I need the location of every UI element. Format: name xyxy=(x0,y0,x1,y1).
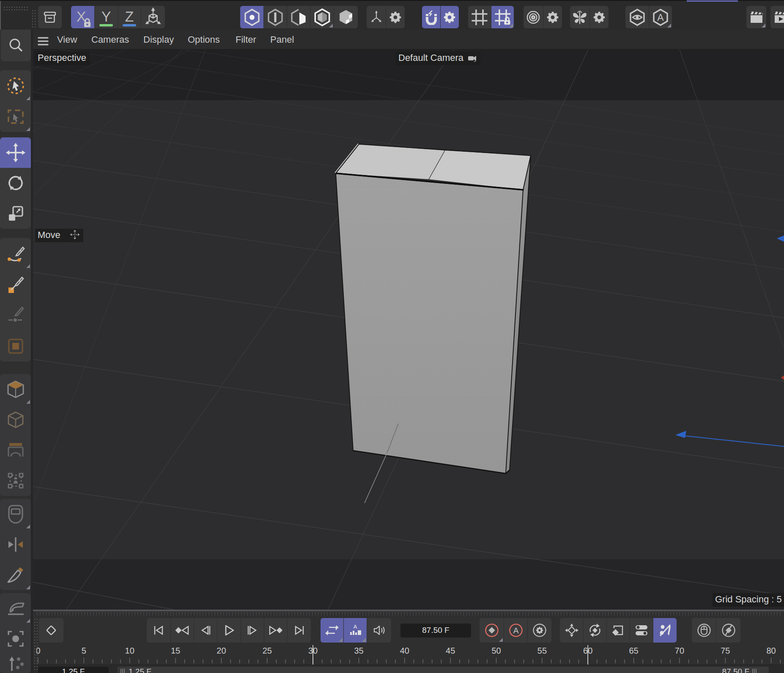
svg-text:35: 35 xyxy=(354,646,363,656)
svg-text:A: A xyxy=(513,626,518,635)
svg-text:70: 70 xyxy=(675,646,684,656)
svg-text:25: 25 xyxy=(263,646,272,656)
svg-text:50: 50 xyxy=(491,646,501,656)
svg-text:65: 65 xyxy=(629,646,638,656)
svg-text:5: 5 xyxy=(82,646,86,656)
svg-text:10: 10 xyxy=(125,646,134,656)
svg-text:75: 75 xyxy=(721,646,730,656)
svg-text:80: 80 xyxy=(766,646,776,656)
svg-text:30: 30 xyxy=(308,646,318,656)
svg-text:45: 45 xyxy=(446,646,455,656)
svg-text:Z: Z xyxy=(125,9,134,25)
svg-text:Y: Y xyxy=(101,9,111,25)
svg-text:A: A xyxy=(354,624,357,630)
svg-text:A: A xyxy=(657,12,663,23)
svg-text:40: 40 xyxy=(400,646,409,656)
svg-text:60: 60 xyxy=(583,646,592,656)
svg-text:55: 55 xyxy=(537,646,547,656)
svg-text:15: 15 xyxy=(171,646,180,656)
svg-text:20: 20 xyxy=(217,646,226,656)
